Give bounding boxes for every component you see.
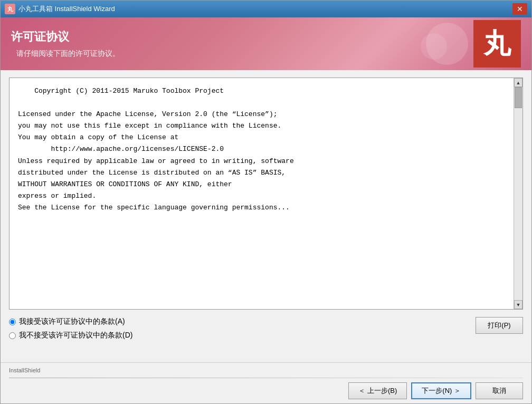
next-button[interactable]: 下一步(N) ＞ bbox=[411, 382, 471, 399]
radio-print-row: 我接受该许可证协议中的条款(A) 我不接受该许可证协议中的条款(D) 打印(P) bbox=[9, 317, 523, 352]
radio-section: 我接受该许可证协议中的条款(A) 我不接受该许可证协议中的条款(D) bbox=[9, 317, 132, 344]
page-title: 许可证协议 bbox=[11, 29, 473, 45]
header-banner: 许可证协议 请仔细阅读下面的许可证协议。 丸 bbox=[1, 17, 531, 70]
page-subtitle: 请仔细阅读下面的许可证协议。 bbox=[11, 49, 473, 59]
scroll-down-button[interactable]: ▼ bbox=[514, 300, 522, 309]
bottom-divider bbox=[9, 378, 523, 378]
titlebar: 丸 小丸工具箱 InstallShield Wizard ✕ bbox=[1, 1, 531, 17]
reject-radio-row[interactable]: 我不接受该许可证协议中的条款(D) bbox=[9, 331, 132, 340]
reject-label[interactable]: 我不接受该许可证协议中的条款(D) bbox=[19, 331, 132, 340]
print-button[interactable]: 打印(P) bbox=[476, 317, 523, 334]
back-button[interactable]: ＜ 上一步(B) bbox=[348, 382, 407, 399]
logo-char: 丸 bbox=[483, 25, 511, 62]
app-icon: 丸 bbox=[5, 4, 15, 14]
scroll-up-button[interactable]: ▲ bbox=[514, 78, 522, 87]
accept-radio-row[interactable]: 我接受该许可证协议中的条款(A) bbox=[9, 317, 132, 326]
license-content: Copyright (C) 2011-2015 Maruko Toolbox P… bbox=[10, 78, 514, 309]
scroll-track[interactable] bbox=[514, 87, 522, 300]
nav-button-row: ＜ 上一步(B) 下一步(N) ＞ 取消 bbox=[9, 382, 523, 399]
window-title: 小丸工具箱 InstallShield Wizard bbox=[18, 4, 512, 14]
logo-box: 丸 bbox=[473, 20, 521, 68]
main-content: Copyright (C) 2011-2015 Maruko Toolbox P… bbox=[1, 70, 531, 362]
scrollbar[interactable]: ▲ ▼ bbox=[514, 78, 522, 309]
accept-label[interactable]: 我接受该许可证协议中的条款(A) bbox=[19, 317, 125, 326]
close-button[interactable]: ✕ bbox=[512, 3, 527, 15]
bottom-bar: InstallShield ＜ 上一步(B) 下一步(N) ＞ 取消 bbox=[1, 362, 531, 403]
print-button-area: 打印(P) bbox=[476, 317, 523, 334]
accept-radio[interactable] bbox=[9, 319, 16, 325]
installshield-label: InstallShield bbox=[9, 367, 523, 373]
license-text-area[interactable]: Copyright (C) 2011-2015 Maruko Toolbox P… bbox=[9, 78, 523, 310]
wizard-window: 丸 小丸工具箱 InstallShield Wizard ✕ 许可证协议 请仔细… bbox=[0, 0, 532, 404]
scroll-thumb[interactable] bbox=[515, 87, 522, 108]
header-text: 许可证协议 请仔细阅读下面的许可证协议。 bbox=[11, 29, 473, 59]
reject-radio[interactable] bbox=[9, 332, 16, 339]
cancel-button[interactable]: 取消 bbox=[476, 382, 523, 399]
